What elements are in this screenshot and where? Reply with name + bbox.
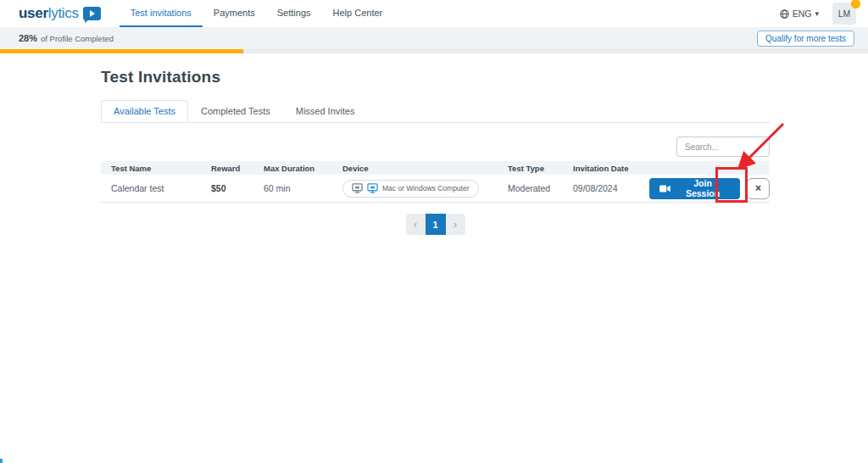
pagination-next-icon[interactable]: › bbox=[446, 214, 465, 235]
cell-reward: $50 bbox=[201, 183, 253, 193]
notification-dot bbox=[851, 0, 860, 8]
tab-available-tests[interactable]: Available Tests bbox=[101, 100, 188, 122]
table-row: Calendar test $50 60 min Mac or Windows … bbox=[101, 175, 770, 203]
qualify-for-more-tests-button[interactable]: Qualify for more tests bbox=[757, 31, 854, 47]
globe-icon bbox=[780, 9, 789, 19]
close-icon: × bbox=[755, 182, 761, 194]
tab-completed-tests[interactable]: Completed Tests bbox=[188, 100, 283, 122]
logo-text: userlytics bbox=[19, 5, 79, 22]
cell-invitation-date: 09/08/2024 bbox=[563, 183, 643, 193]
profile-progress-track bbox=[0, 49, 868, 53]
nav-item-test-invitations[interactable]: Test invitations bbox=[120, 0, 203, 27]
column-header-device: Device bbox=[332, 164, 498, 173]
column-header-max-duration: Max Duration bbox=[253, 164, 332, 173]
pagination: ‹ 1 › bbox=[101, 214, 770, 235]
chat-widget-sliver bbox=[0, 459, 3, 463]
nav-item-help-center[interactable]: Help Center bbox=[322, 0, 394, 27]
profile-percent: 28% bbox=[19, 33, 37, 43]
logo-word-user: user bbox=[19, 5, 48, 21]
cell-device: Mac or Windows Computer bbox=[332, 180, 498, 198]
nav-item-payments[interactable]: Payments bbox=[203, 0, 266, 27]
avatar-initials: LM bbox=[838, 8, 851, 19]
device-pill: Mac or Windows Computer bbox=[342, 180, 479, 198]
userlytics-logo[interactable]: userlytics bbox=[19, 5, 101, 22]
profile-progress-fill bbox=[0, 49, 243, 53]
pagination-prev-icon[interactable]: ‹ bbox=[406, 214, 426, 235]
pagination-group: ‹ 1 › bbox=[406, 214, 465, 235]
cell-test-type: Moderated bbox=[498, 183, 563, 193]
join-session-label: Join Session bbox=[676, 178, 730, 198]
mac-monitor-icon bbox=[352, 183, 363, 193]
top-navbar: userlytics Test invitations Payments Set… bbox=[0, 0, 868, 27]
topnav-right: ENG ▾ LM bbox=[780, 3, 856, 25]
main-content: Test Invitations Available Tests Complet… bbox=[0, 68, 770, 235]
cell-max-duration: 60 min bbox=[253, 183, 332, 193]
page-title: Test Invitations bbox=[101, 68, 770, 86]
profile-completion-banner: 28% of Profile Completed Qualify for mor… bbox=[0, 27, 868, 49]
search-row bbox=[101, 137, 770, 157]
table-header-row: Test Name Reward Max Duration Device Tes… bbox=[101, 161, 770, 175]
language-label: ENG bbox=[793, 8, 812, 19]
join-session-button[interactable]: Join Session bbox=[649, 178, 740, 199]
logo-word-lytics: lytics bbox=[48, 5, 79, 21]
avatar[interactable]: LM bbox=[832, 3, 856, 25]
tab-missed-invites[interactable]: Missed Invites bbox=[283, 100, 368, 122]
video-camera-icon bbox=[659, 185, 670, 192]
nav-item-settings[interactable]: Settings bbox=[266, 0, 322, 27]
dismiss-button[interactable]: × bbox=[747, 178, 770, 199]
tab-bar: Available Tests Completed Tests Missed I… bbox=[101, 100, 770, 123]
cell-actions: Join Session × bbox=[643, 178, 770, 199]
cell-test-name: Calendar test bbox=[101, 183, 201, 193]
chevron-down-icon: ▾ bbox=[815, 9, 819, 18]
search-input[interactable] bbox=[676, 137, 770, 157]
device-label: Mac or Windows Computer bbox=[382, 184, 470, 192]
column-header-test-name: Test Name bbox=[101, 164, 201, 173]
logo-play-bubble-icon bbox=[83, 7, 101, 20]
main-nav: Test invitations Payments Settings Help … bbox=[120, 0, 394, 27]
column-header-invitation-date: Invitation Date bbox=[563, 164, 643, 173]
pagination-page-1[interactable]: 1 bbox=[426, 214, 446, 235]
windows-monitor-icon bbox=[367, 183, 378, 193]
column-header-reward: Reward bbox=[201, 164, 253, 173]
language-selector[interactable]: ENG ▾ bbox=[780, 8, 819, 19]
column-header-test-type: Test Type bbox=[498, 164, 563, 173]
profile-percent-label: of Profile Completed bbox=[41, 34, 114, 43]
